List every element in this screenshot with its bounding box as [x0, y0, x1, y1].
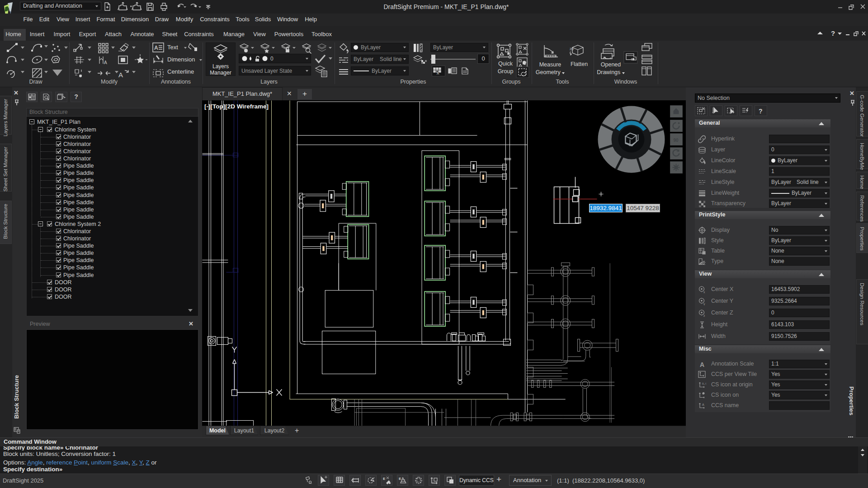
svg-text:A: A — [700, 361, 704, 368]
svg-text:A: A — [104, 60, 107, 65]
svg-text:z: z — [703, 314, 705, 317]
svg-text:A: A — [118, 71, 123, 78]
svg-text:90: 90 — [674, 138, 679, 143]
svg-text:0,0: 0,0 — [702, 382, 706, 385]
svg-text:2D: 2D — [570, 47, 574, 51]
svg-text:x: x — [703, 291, 705, 294]
svg-text:?: ? — [831, 29, 835, 37]
svg-text:E: E — [383, 477, 386, 481]
svg-text:A: A — [437, 71, 439, 75]
svg-text:y: y — [703, 302, 705, 306]
svg-text:?: ? — [759, 108, 763, 115]
svg-text:A: A — [702, 403, 704, 406]
svg-text:A: A — [154, 45, 158, 51]
svg-text:E: E — [399, 477, 401, 481]
